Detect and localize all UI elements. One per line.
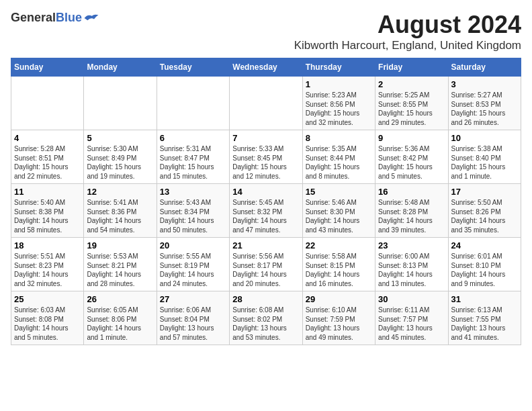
week-row-5: 25Sunrise: 6:03 AM Sunset: 8:08 PM Dayli… xyxy=(11,291,521,345)
calendar-cell: 17Sunrise: 5:50 AM Sunset: 8:26 PM Dayli… xyxy=(448,184,521,238)
day-detail: Sunrise: 5:38 AM Sunset: 8:40 PM Dayligh… xyxy=(451,144,518,181)
day-number: 1 xyxy=(306,79,372,89)
day-number: 22 xyxy=(306,240,372,250)
calendar-cell xyxy=(157,77,229,130)
day-detail: Sunrise: 5:35 AM Sunset: 8:44 PM Dayligh… xyxy=(306,144,372,181)
day-number: 8 xyxy=(306,133,372,143)
day-detail: Sunrise: 5:53 AM Sunset: 8:21 PM Dayligh… xyxy=(87,252,153,288)
week-row-2: 4Sunrise: 5:28 AM Sunset: 8:51 PM Daylig… xyxy=(11,130,521,184)
day-detail: Sunrise: 6:11 AM Sunset: 7:57 PM Dayligh… xyxy=(378,306,445,342)
logo-blue-text: Blue xyxy=(56,11,82,24)
day-detail: Sunrise: 5:50 AM Sunset: 8:26 PM Dayligh… xyxy=(451,198,518,234)
day-number: 17 xyxy=(451,187,518,197)
calendar-cell xyxy=(230,77,302,130)
day-detail: Sunrise: 6:00 AM Sunset: 8:13 PM Dayligh… xyxy=(378,252,445,288)
day-detail: Sunrise: 5:28 AM Sunset: 8:51 PM Dayligh… xyxy=(14,144,81,181)
day-number: 12 xyxy=(87,187,153,197)
calendar-cell: 22Sunrise: 5:58 AM Sunset: 8:15 PM Dayli… xyxy=(302,238,375,291)
day-detail: Sunrise: 5:58 AM Sunset: 8:15 PM Dayligh… xyxy=(306,252,372,288)
calendar-cell: 30Sunrise: 6:11 AM Sunset: 7:57 PM Dayli… xyxy=(375,291,448,345)
day-number: 13 xyxy=(160,187,226,197)
column-header-wednesday: Wednesday xyxy=(230,58,302,77)
calendar-cell: 3Sunrise: 5:27 AM Sunset: 8:53 PM Daylig… xyxy=(448,77,521,130)
column-header-thursday: Thursday xyxy=(302,58,375,77)
day-number: 18 xyxy=(14,240,81,250)
calendar-cell: 21Sunrise: 5:56 AM Sunset: 8:17 PM Dayli… xyxy=(230,238,302,291)
day-number: 11 xyxy=(14,187,81,197)
calendar-cell: 26Sunrise: 6:05 AM Sunset: 8:06 PM Dayli… xyxy=(84,291,157,345)
day-number: 9 xyxy=(378,133,445,143)
day-number: 27 xyxy=(160,294,226,304)
day-number: 20 xyxy=(160,240,226,250)
day-detail: Sunrise: 5:23 AM Sunset: 8:56 PM Dayligh… xyxy=(306,91,372,127)
calendar-cell: 6Sunrise: 5:31 AM Sunset: 8:47 PM Daylig… xyxy=(157,130,229,184)
day-detail: Sunrise: 6:03 AM Sunset: 8:08 PM Dayligh… xyxy=(14,306,81,342)
calendar-cell: 28Sunrise: 6:08 AM Sunset: 8:02 PM Dayli… xyxy=(230,291,302,345)
calendar-subtitle: Kibworth Harcourt, England, United Kingd… xyxy=(294,39,521,52)
calendar-title: August 2024 xyxy=(294,11,521,39)
day-number: 24 xyxy=(451,240,518,250)
logo-general-text: General xyxy=(11,11,56,24)
day-number: 15 xyxy=(306,187,372,197)
day-detail: Sunrise: 5:56 AM Sunset: 8:17 PM Dayligh… xyxy=(232,252,299,288)
day-detail: Sunrise: 5:55 AM Sunset: 8:19 PM Dayligh… xyxy=(160,252,226,288)
day-detail: Sunrise: 5:25 AM Sunset: 8:55 PM Dayligh… xyxy=(378,91,445,127)
calendar-cell: 20Sunrise: 5:55 AM Sunset: 8:19 PM Dayli… xyxy=(157,238,229,291)
day-number: 19 xyxy=(87,240,153,250)
day-detail: Sunrise: 5:33 AM Sunset: 8:45 PM Dayligh… xyxy=(232,144,299,181)
day-detail: Sunrise: 5:51 AM Sunset: 8:23 PM Dayligh… xyxy=(14,252,81,288)
calendar-cell: 8Sunrise: 5:35 AM Sunset: 8:44 PM Daylig… xyxy=(302,130,375,184)
day-number: 21 xyxy=(232,240,299,250)
day-detail: Sunrise: 6:05 AM Sunset: 8:06 PM Dayligh… xyxy=(87,306,153,342)
column-header-monday: Monday xyxy=(84,58,157,77)
day-number: 14 xyxy=(232,187,299,197)
day-number: 4 xyxy=(14,133,81,143)
week-row-4: 18Sunrise: 5:51 AM Sunset: 8:23 PM Dayli… xyxy=(11,238,521,291)
day-detail: Sunrise: 5:27 AM Sunset: 8:53 PM Dayligh… xyxy=(451,91,518,127)
title-section: August 2024 Kibworth Harcourt, England, … xyxy=(294,11,521,52)
calendar-cell: 5Sunrise: 5:30 AM Sunset: 8:49 PM Daylig… xyxy=(84,130,157,184)
calendar-cell: 29Sunrise: 6:10 AM Sunset: 7:59 PM Dayli… xyxy=(302,291,375,345)
calendar-cell xyxy=(84,77,157,130)
column-header-friday: Friday xyxy=(375,58,448,77)
calendar-cell: 13Sunrise: 5:43 AM Sunset: 8:34 PM Dayli… xyxy=(157,184,229,238)
day-number: 31 xyxy=(451,294,518,304)
column-header-tuesday: Tuesday xyxy=(157,58,229,77)
logo: GeneralBlue xyxy=(11,11,99,25)
day-detail: Sunrise: 6:01 AM Sunset: 8:10 PM Dayligh… xyxy=(451,252,518,288)
day-detail: Sunrise: 5:30 AM Sunset: 8:49 PM Dayligh… xyxy=(87,144,153,181)
day-detail: Sunrise: 5:46 AM Sunset: 8:30 PM Dayligh… xyxy=(306,198,372,234)
calendar-cell: 16Sunrise: 5:48 AM Sunset: 8:28 PM Dayli… xyxy=(375,184,448,238)
calendar-cell: 23Sunrise: 6:00 AM Sunset: 8:13 PM Dayli… xyxy=(375,238,448,291)
day-detail: Sunrise: 5:43 AM Sunset: 8:34 PM Dayligh… xyxy=(160,198,226,234)
week-row-3: 11Sunrise: 5:40 AM Sunset: 8:38 PM Dayli… xyxy=(11,184,521,238)
calendar-cell: 31Sunrise: 6:13 AM Sunset: 7:55 PM Dayli… xyxy=(448,291,521,345)
day-number: 28 xyxy=(232,294,299,304)
calendar-cell: 27Sunrise: 6:06 AM Sunset: 8:04 PM Dayli… xyxy=(157,291,229,345)
calendar-cell: 24Sunrise: 6:01 AM Sunset: 8:10 PM Dayli… xyxy=(448,238,521,291)
header-row: SundayMondayTuesdayWednesdayThursdayFrid… xyxy=(11,58,521,77)
calendar-table: SundayMondayTuesdayWednesdayThursdayFrid… xyxy=(11,58,521,345)
day-number: 3 xyxy=(451,79,518,89)
day-number: 30 xyxy=(378,294,445,304)
day-number: 2 xyxy=(378,79,445,89)
day-detail: Sunrise: 6:10 AM Sunset: 7:59 PM Dayligh… xyxy=(306,306,372,342)
day-detail: Sunrise: 5:31 AM Sunset: 8:47 PM Dayligh… xyxy=(160,144,226,181)
day-number: 29 xyxy=(306,294,372,304)
day-number: 5 xyxy=(87,133,153,143)
calendar-cell: 19Sunrise: 5:53 AM Sunset: 8:21 PM Dayli… xyxy=(84,238,157,291)
calendar-cell: 15Sunrise: 5:46 AM Sunset: 8:30 PM Dayli… xyxy=(302,184,375,238)
calendar-cell: 14Sunrise: 5:45 AM Sunset: 8:32 PM Dayli… xyxy=(230,184,302,238)
column-header-sunday: Sunday xyxy=(11,58,84,77)
calendar-cell: 7Sunrise: 5:33 AM Sunset: 8:45 PM Daylig… xyxy=(230,130,302,184)
calendar-cell: 10Sunrise: 5:38 AM Sunset: 8:40 PM Dayli… xyxy=(448,130,521,184)
calendar-cell: 25Sunrise: 6:03 AM Sunset: 8:08 PM Dayli… xyxy=(11,291,84,345)
calendar-cell: 11Sunrise: 5:40 AM Sunset: 8:38 PM Dayli… xyxy=(11,184,84,238)
day-number: 10 xyxy=(451,133,518,143)
day-number: 26 xyxy=(87,294,153,304)
day-number: 7 xyxy=(232,133,299,143)
day-number: 23 xyxy=(378,240,445,250)
day-detail: Sunrise: 5:36 AM Sunset: 8:42 PM Dayligh… xyxy=(378,144,445,181)
calendar-cell: 4Sunrise: 5:28 AM Sunset: 8:51 PM Daylig… xyxy=(11,130,84,184)
calendar-cell: 12Sunrise: 5:41 AM Sunset: 8:36 PM Dayli… xyxy=(84,184,157,238)
